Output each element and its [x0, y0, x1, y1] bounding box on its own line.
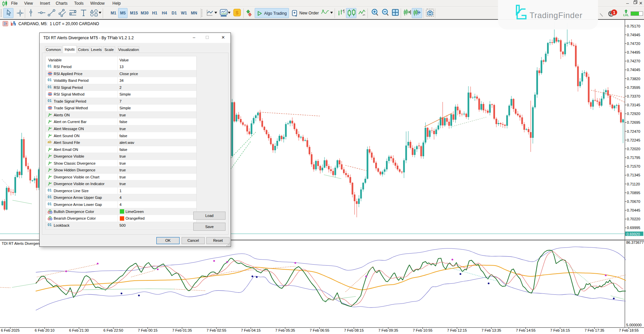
- svg-text:0.73820: 0.73820: [627, 77, 640, 81]
- svg-text:7 Feb 06:55: 7 Feb 06:55: [310, 328, 330, 332]
- svg-text:0.73595: 0.73595: [627, 86, 640, 90]
- svg-text:0.69920: 0.69920: [627, 232, 640, 236]
- svg-text:0.71795: 0.71795: [627, 156, 640, 160]
- svg-text:0.72470: 0.72470: [627, 129, 640, 133]
- svg-text:7 Feb 13:35: 7 Feb 13:35: [482, 328, 501, 332]
- svg-text:7 Feb 14:55: 7 Feb 14:55: [516, 328, 536, 332]
- svg-text:0.70895: 0.70895: [627, 191, 640, 195]
- svg-text:7 Feb 08:15: 7 Feb 08:15: [344, 328, 364, 332]
- svg-text:0.70445: 0.70445: [627, 208, 640, 212]
- svg-text:7 Feb 18:55: 7 Feb 18:55: [619, 328, 639, 332]
- svg-text:0.74720: 0.74720: [627, 42, 640, 46]
- svg-text:6 Feb 21:30: 6 Feb 21:30: [69, 328, 89, 332]
- svg-text:7 Feb 02:55: 7 Feb 02:55: [207, 328, 227, 332]
- svg-text:7 Feb 17:35: 7 Feb 17:35: [585, 328, 604, 332]
- svg-text:0.71120: 0.71120: [627, 182, 640, 186]
- svg-text:0.71570: 0.71570: [627, 164, 640, 168]
- svg-text:0.70670: 0.70670: [627, 200, 640, 204]
- svg-text:0.72245: 0.72245: [627, 138, 640, 142]
- svg-text:0.74045: 0.74045: [627, 68, 640, 72]
- svg-text:1: 1: [613, 10, 615, 15]
- svg-text:6 Feb 22:50: 6 Feb 22:50: [103, 328, 123, 332]
- svg-text:TDI RT Alerts Divergence: TDI RT Alerts Divergence: [2, 241, 43, 245]
- svg-text:$: $: [236, 10, 239, 15]
- svg-text:0.72920: 0.72920: [627, 112, 640, 116]
- svg-text:0.72020: 0.72020: [627, 147, 640, 151]
- svg-text:86.373677: 86.373677: [626, 240, 644, 244]
- svg-text:0.69995: 0.69995: [627, 226, 640, 230]
- svg-text:0.74495: 0.74495: [627, 50, 640, 54]
- svg-text:0.71345: 0.71345: [627, 173, 640, 177]
- svg-text:LVL: LVL: [623, 13, 629, 17]
- svg-text:0.72695: 0.72695: [627, 120, 640, 124]
- svg-text:7 Feb 04:15: 7 Feb 04:15: [241, 328, 261, 332]
- svg-text:6 Feb 2025: 6 Feb 2025: [1, 328, 20, 332]
- svg-text:7 Feb 05:35: 7 Feb 05:35: [275, 328, 295, 332]
- svg-text:7 Feb 16:15: 7 Feb 16:15: [550, 328, 570, 332]
- svg-text:0.74270: 0.74270: [627, 59, 640, 63]
- svg-text:7 Feb 09:35: 7 Feb 09:35: [379, 328, 398, 332]
- svg-text:0.73370: 0.73370: [627, 94, 640, 98]
- svg-text:7 Feb 12:15: 7 Feb 12:15: [447, 328, 467, 332]
- svg-text:7 Feb 10:55: 7 Feb 10:55: [413, 328, 433, 332]
- svg-text:0.75170: 0.75170: [627, 24, 640, 28]
- svg-text:7 Feb 00:15: 7 Feb 00:15: [138, 328, 158, 332]
- svg-text:7 Feb 01:35: 7 Feb 01:35: [172, 328, 192, 332]
- svg-text:0.73145: 0.73145: [627, 103, 640, 107]
- svg-text:5.000000: 5.000000: [626, 323, 642, 327]
- svg-text:0.70220: 0.70220: [627, 217, 640, 221]
- svg-text:6 Feb 20:10: 6 Feb 20:10: [35, 328, 55, 332]
- svg-text:0.74945: 0.74945: [627, 33, 640, 37]
